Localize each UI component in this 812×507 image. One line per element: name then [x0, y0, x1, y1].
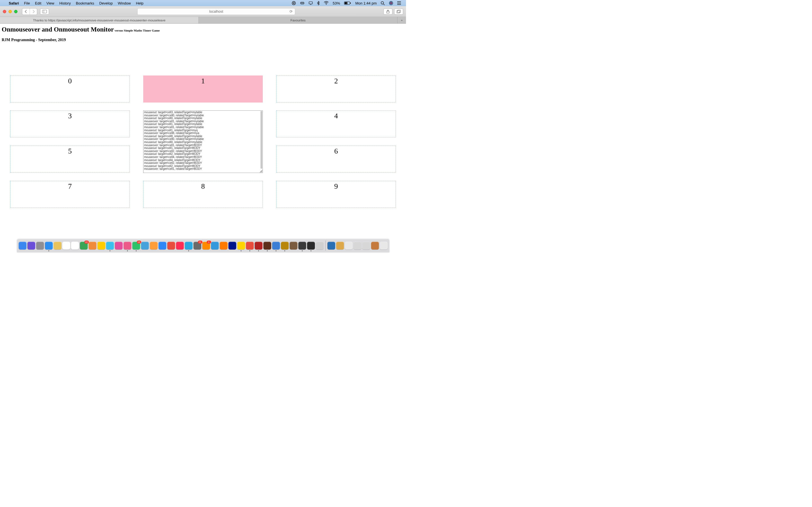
dock-app-icon[interactable] — [89, 242, 96, 249]
dock-app-icon[interactable] — [202, 242, 210, 249]
tab-bar: Thanks to https://javascript.info/mousem… — [0, 17, 406, 24]
dock-stack-icon[interactable] — [345, 242, 353, 249]
svg-rect-19 — [397, 10, 400, 13]
cell-5[interactable]: 5 — [10, 146, 130, 173]
url-bar[interactable]: localhost ⟳ — [137, 8, 295, 15]
dock-app-icon[interactable] — [211, 242, 219, 249]
dock-app-icon[interactable] — [176, 242, 184, 249]
dock-app-icon[interactable] — [255, 242, 262, 249]
cell-0[interactable]: 0 — [10, 75, 130, 103]
dock-stack-icon[interactable] — [371, 242, 379, 249]
reload-icon[interactable]: ⟳ — [290, 9, 293, 13]
dock-app-icon[interactable] — [272, 242, 280, 249]
dock-app-icon[interactable] — [307, 242, 315, 249]
menu-file[interactable]: File — [21, 1, 33, 5]
cell-1[interactable]: 1 — [143, 75, 263, 103]
dock-app-icon[interactable] — [18, 242, 27, 249]
svg-point-13 — [397, 1, 398, 2]
back-button[interactable] — [22, 8, 30, 15]
dock-app-icon[interactable] — [62, 242, 70, 249]
cell-8-num: 8 — [144, 181, 262, 191]
svg-point-15 — [397, 4, 398, 5]
cell-6[interactable]: 6 — [276, 146, 396, 173]
dock-app-icon[interactable] — [71, 242, 79, 249]
cell-3[interactable]: 3 — [10, 110, 130, 137]
event-log[interactable]: mouseout: target=cell3, relatedTarget=my… — [143, 110, 263, 173]
wifi-icon[interactable] — [322, 1, 331, 5]
dock — [17, 239, 389, 252]
dock-app-icon[interactable] — [167, 242, 175, 249]
cell-4[interactable]: 4 — [276, 110, 396, 137]
status-display-icon[interactable] — [306, 1, 315, 5]
status-joystick-icon[interactable] — [298, 1, 306, 5]
dock-app-icon[interactable] — [115, 242, 123, 249]
dock-app-icon[interactable] — [80, 242, 88, 249]
dock-app-icon[interactable] — [220, 242, 227, 249]
dock-stack-icon[interactable] — [327, 242, 335, 249]
dock-app-icon[interactable] — [158, 242, 166, 249]
dock-app-icon[interactable] — [36, 242, 44, 249]
dock-app-icon[interactable] — [229, 242, 236, 249]
menu-bookmarks[interactable]: Bookmarks — [73, 1, 97, 5]
spotlight-icon[interactable] — [378, 1, 387, 5]
dock-app-icon[interactable] — [281, 242, 289, 249]
tab-active[interactable]: Thanks to https://javascript.info/mousem… — [0, 17, 199, 23]
bluetooth-icon[interactable] — [315, 1, 322, 5]
close-window-button[interactable] — [3, 10, 6, 13]
status-app-icon[interactable] — [290, 1, 298, 5]
tabs-button[interactable] — [394, 8, 403, 15]
dock-app-icon[interactable] — [290, 242, 297, 249]
new-tab-button[interactable]: + — [398, 17, 406, 23]
menu-develop[interactable]: Develop — [97, 1, 115, 5]
share-button[interactable] — [384, 8, 393, 15]
tab-favourites[interactable]: Favourites — [199, 17, 398, 23]
forward-button[interactable] — [30, 8, 37, 15]
tab-favourites-label: Favourites — [290, 18, 306, 22]
dock-app-icon[interactable] — [28, 242, 35, 249]
sidebar-toggle-button[interactable] — [40, 8, 49, 15]
cell-9[interactable]: 9 — [276, 181, 396, 208]
svg-point-3 — [303, 3, 303, 3]
dock-app-icon[interactable] — [45, 242, 53, 249]
log-scrollbar[interactable] — [260, 111, 262, 169]
dock-stack-icon[interactable] — [336, 242, 344, 249]
zoom-window-button[interactable] — [14, 10, 17, 13]
menu-window[interactable]: Window — [115, 1, 133, 5]
cell-5-num: 5 — [10, 146, 130, 156]
dock-app-icon[interactable] — [150, 242, 158, 249]
dock-app-icon[interactable] — [316, 242, 324, 249]
menu-view[interactable]: View — [44, 1, 57, 5]
dock-app-icon[interactable] — [106, 242, 114, 249]
cell-6-num: 6 — [276, 146, 396, 156]
dock-app-icon[interactable] — [141, 242, 149, 249]
dock-stack-icon[interactable] — [354, 242, 361, 249]
dock-app-icon[interactable] — [193, 242, 201, 249]
dock-app-icon[interactable] — [237, 242, 245, 249]
notification-center-icon[interactable] — [395, 1, 404, 5]
dock-app-icon[interactable] — [132, 242, 140, 249]
cell-2[interactable]: 2 — [276, 75, 396, 103]
battery-percent[interactable]: 53% — [331, 1, 342, 5]
minimize-window-button[interactable] — [8, 10, 12, 13]
svg-point-9 — [381, 1, 384, 4]
menu-help[interactable]: Help — [133, 1, 146, 5]
dock-app-icon[interactable] — [246, 242, 254, 249]
dock-app-icon[interactable] — [123, 242, 132, 249]
dock-app-icon[interactable] — [185, 242, 193, 249]
dock-stack-icon[interactable] — [380, 242, 388, 249]
siri-icon[interactable] — [387, 1, 395, 5]
cell-8[interactable]: 8 — [143, 181, 263, 208]
dock-app-icon[interactable] — [298, 242, 306, 249]
dock-app-icon[interactable] — [54, 242, 61, 249]
app-name-menu[interactable]: Safari — [6, 1, 21, 5]
dock-stack-icon[interactable] — [362, 242, 370, 249]
menu-edit[interactable]: Edit — [33, 1, 44, 5]
cell-7[interactable]: 7 — [10, 181, 130, 208]
clock[interactable]: Mon 1:44 pm — [353, 1, 378, 5]
dock-app-icon[interactable] — [97, 242, 105, 249]
dock-app-icon[interactable] — [263, 242, 271, 249]
battery-icon[interactable] — [342, 1, 353, 5]
menu-history[interactable]: History — [57, 1, 73, 5]
page-byline: RJM Programming - September, 2019 — [2, 38, 404, 42]
log-line: mouseover: target=cell1, relatedTarget=B… — [144, 168, 262, 171]
